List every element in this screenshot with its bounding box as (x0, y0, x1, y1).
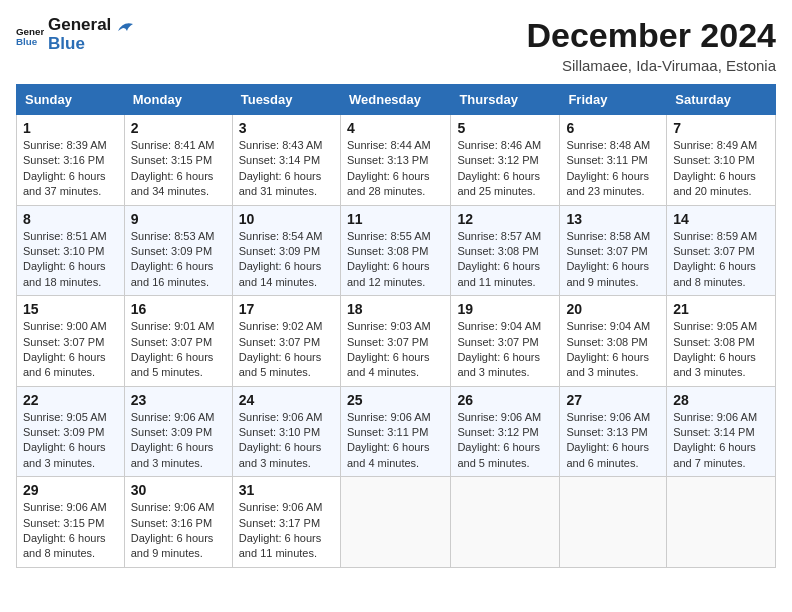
day-number: 4 (347, 120, 444, 136)
cell-details: Sunrise: 9:04 AMSunset: 3:08 PMDaylight:… (566, 319, 660, 381)
day-number: 29 (23, 482, 118, 498)
header: General Blue General Blue December 2024 … (16, 16, 776, 74)
cell-details: Sunrise: 9:06 AMSunset: 3:17 PMDaylight:… (239, 500, 334, 562)
calendar-cell: 14Sunrise: 8:59 AMSunset: 3:07 PMDayligh… (667, 205, 776, 296)
cell-details: Sunrise: 9:06 AMSunset: 3:10 PMDaylight:… (239, 410, 334, 472)
day-number: 9 (131, 211, 226, 227)
cell-details: Sunrise: 8:51 AMSunset: 3:10 PMDaylight:… (23, 229, 118, 291)
cell-details: Sunrise: 9:06 AMSunset: 3:11 PMDaylight:… (347, 410, 444, 472)
day-number: 19 (457, 301, 553, 317)
calendar-cell: 16Sunrise: 9:01 AMSunset: 3:07 PMDayligh… (124, 296, 232, 387)
calendar-cell: 8Sunrise: 8:51 AMSunset: 3:10 PMDaylight… (17, 205, 125, 296)
calendar-cell: 24Sunrise: 9:06 AMSunset: 3:10 PMDayligh… (232, 386, 340, 477)
calendar-cell: 11Sunrise: 8:55 AMSunset: 3:08 PMDayligh… (340, 205, 450, 296)
day-number: 2 (131, 120, 226, 136)
cell-details: Sunrise: 8:59 AMSunset: 3:07 PMDaylight:… (673, 229, 769, 291)
cell-details: Sunrise: 9:06 AMSunset: 3:13 PMDaylight:… (566, 410, 660, 472)
calendar-cell: 26Sunrise: 9:06 AMSunset: 3:12 PMDayligh… (451, 386, 560, 477)
svg-text:Blue: Blue (16, 35, 38, 46)
calendar-cell: 6Sunrise: 8:48 AMSunset: 3:11 PMDaylight… (560, 115, 667, 206)
day-number: 8 (23, 211, 118, 227)
cell-details: Sunrise: 8:55 AMSunset: 3:08 PMDaylight:… (347, 229, 444, 291)
calendar-cell: 23Sunrise: 9:06 AMSunset: 3:09 PMDayligh… (124, 386, 232, 477)
weekday-header: Friday (560, 85, 667, 115)
title-block: December 2024 Sillamaee, Ida-Virumaa, Es… (526, 16, 776, 74)
calendar-cell: 21Sunrise: 9:05 AMSunset: 3:08 PMDayligh… (667, 296, 776, 387)
day-number: 30 (131, 482, 226, 498)
cell-details: Sunrise: 9:00 AMSunset: 3:07 PMDaylight:… (23, 319, 118, 381)
calendar-cell: 5Sunrise: 8:46 AMSunset: 3:12 PMDaylight… (451, 115, 560, 206)
calendar-cell: 12Sunrise: 8:57 AMSunset: 3:08 PMDayligh… (451, 205, 560, 296)
cell-details: Sunrise: 9:05 AMSunset: 3:09 PMDaylight:… (23, 410, 118, 472)
day-number: 24 (239, 392, 334, 408)
calendar-cell (340, 477, 450, 568)
day-number: 23 (131, 392, 226, 408)
logo-bird-icon (113, 19, 135, 41)
cell-details: Sunrise: 9:06 AMSunset: 3:12 PMDaylight:… (457, 410, 553, 472)
cell-details: Sunrise: 9:05 AMSunset: 3:08 PMDaylight:… (673, 319, 769, 381)
calendar-cell: 31Sunrise: 9:06 AMSunset: 3:17 PMDayligh… (232, 477, 340, 568)
cell-details: Sunrise: 9:01 AMSunset: 3:07 PMDaylight:… (131, 319, 226, 381)
calendar-cell: 3Sunrise: 8:43 AMSunset: 3:14 PMDaylight… (232, 115, 340, 206)
logo-line2: Blue (48, 35, 111, 54)
location-subtitle: Sillamaee, Ida-Virumaa, Estonia (526, 57, 776, 74)
calendar-week-row: 15Sunrise: 9:00 AMSunset: 3:07 PMDayligh… (17, 296, 776, 387)
calendar-week-row: 1Sunrise: 8:39 AMSunset: 3:16 PMDaylight… (17, 115, 776, 206)
calendar-cell: 19Sunrise: 9:04 AMSunset: 3:07 PMDayligh… (451, 296, 560, 387)
calendar-week-row: 29Sunrise: 9:06 AMSunset: 3:15 PMDayligh… (17, 477, 776, 568)
calendar-cell (451, 477, 560, 568)
cell-details: Sunrise: 9:06 AMSunset: 3:14 PMDaylight:… (673, 410, 769, 472)
calendar-week-row: 22Sunrise: 9:05 AMSunset: 3:09 PMDayligh… (17, 386, 776, 477)
calendar-cell: 17Sunrise: 9:02 AMSunset: 3:07 PMDayligh… (232, 296, 340, 387)
cell-details: Sunrise: 8:46 AMSunset: 3:12 PMDaylight:… (457, 138, 553, 200)
calendar-table: SundayMondayTuesdayWednesdayThursdayFrid… (16, 84, 776, 568)
day-number: 7 (673, 120, 769, 136)
weekday-header: Monday (124, 85, 232, 115)
calendar-cell: 10Sunrise: 8:54 AMSunset: 3:09 PMDayligh… (232, 205, 340, 296)
cell-details: Sunrise: 8:49 AMSunset: 3:10 PMDaylight:… (673, 138, 769, 200)
cell-details: Sunrise: 8:58 AMSunset: 3:07 PMDaylight:… (566, 229, 660, 291)
calendar-cell: 4Sunrise: 8:44 AMSunset: 3:13 PMDaylight… (340, 115, 450, 206)
day-number: 15 (23, 301, 118, 317)
day-number: 22 (23, 392, 118, 408)
cell-details: Sunrise: 8:43 AMSunset: 3:14 PMDaylight:… (239, 138, 334, 200)
day-number: 25 (347, 392, 444, 408)
calendar-cell: 25Sunrise: 9:06 AMSunset: 3:11 PMDayligh… (340, 386, 450, 477)
day-number: 11 (347, 211, 444, 227)
day-number: 18 (347, 301, 444, 317)
day-number: 1 (23, 120, 118, 136)
logo: General Blue General Blue (16, 16, 135, 53)
day-number: 31 (239, 482, 334, 498)
cell-details: Sunrise: 8:48 AMSunset: 3:11 PMDaylight:… (566, 138, 660, 200)
calendar-cell: 29Sunrise: 9:06 AMSunset: 3:15 PMDayligh… (17, 477, 125, 568)
calendar-cell (667, 477, 776, 568)
cell-details: Sunrise: 9:02 AMSunset: 3:07 PMDaylight:… (239, 319, 334, 381)
calendar-cell (560, 477, 667, 568)
weekday-header: Saturday (667, 85, 776, 115)
calendar-cell: 22Sunrise: 9:05 AMSunset: 3:09 PMDayligh… (17, 386, 125, 477)
day-number: 12 (457, 211, 553, 227)
day-number: 26 (457, 392, 553, 408)
cell-details: Sunrise: 9:04 AMSunset: 3:07 PMDaylight:… (457, 319, 553, 381)
weekday-header: Tuesday (232, 85, 340, 115)
calendar-cell: 20Sunrise: 9:04 AMSunset: 3:08 PMDayligh… (560, 296, 667, 387)
cell-details: Sunrise: 9:06 AMSunset: 3:09 PMDaylight:… (131, 410, 226, 472)
day-number: 14 (673, 211, 769, 227)
cell-details: Sunrise: 9:06 AMSunset: 3:16 PMDaylight:… (131, 500, 226, 562)
day-number: 28 (673, 392, 769, 408)
day-number: 17 (239, 301, 334, 317)
cell-details: Sunrise: 9:03 AMSunset: 3:07 PMDaylight:… (347, 319, 444, 381)
weekday-header: Wednesday (340, 85, 450, 115)
day-number: 3 (239, 120, 334, 136)
calendar-cell: 18Sunrise: 9:03 AMSunset: 3:07 PMDayligh… (340, 296, 450, 387)
cell-details: Sunrise: 9:06 AMSunset: 3:15 PMDaylight:… (23, 500, 118, 562)
calendar-cell: 28Sunrise: 9:06 AMSunset: 3:14 PMDayligh… (667, 386, 776, 477)
day-number: 13 (566, 211, 660, 227)
cell-details: Sunrise: 8:53 AMSunset: 3:09 PMDaylight:… (131, 229, 226, 291)
cell-details: Sunrise: 8:57 AMSunset: 3:08 PMDaylight:… (457, 229, 553, 291)
calendar-cell: 27Sunrise: 9:06 AMSunset: 3:13 PMDayligh… (560, 386, 667, 477)
day-number: 20 (566, 301, 660, 317)
calendar-cell: 2Sunrise: 8:41 AMSunset: 3:15 PMDaylight… (124, 115, 232, 206)
calendar-body: 1Sunrise: 8:39 AMSunset: 3:16 PMDaylight… (17, 115, 776, 568)
weekday-header-row: SundayMondayTuesdayWednesdayThursdayFrid… (17, 85, 776, 115)
